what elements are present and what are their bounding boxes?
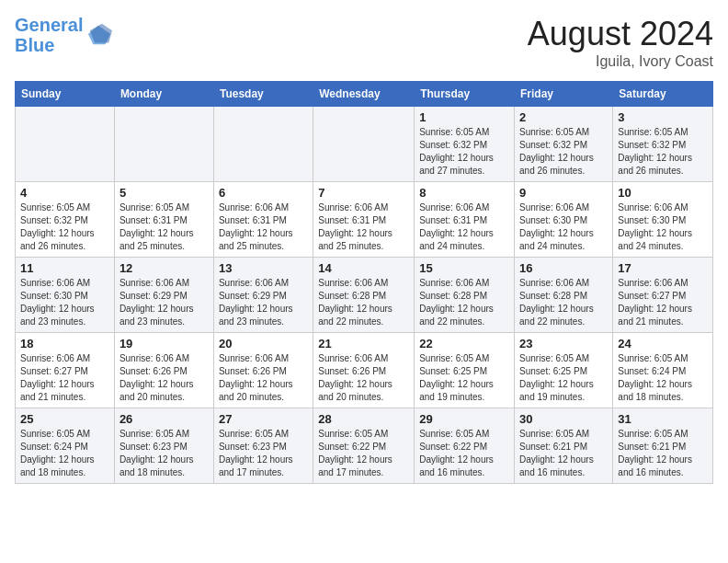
day-number: 8 [419, 186, 509, 200]
day-header-friday: Friday [515, 82, 613, 107]
week-row-5: 25Sunrise: 6:05 AM Sunset: 6:24 PM Dayli… [16, 408, 713, 484]
calendar-cell: 14Sunrise: 6:06 AM Sunset: 6:28 PM Dayli… [313, 258, 415, 333]
day-info: Sunrise: 6:05 AM Sunset: 6:21 PM Dayligh… [618, 428, 708, 479]
day-info: Sunrise: 6:05 AM Sunset: 6:21 PM Dayligh… [519, 428, 608, 479]
logo-text: GeneralBlue [15, 15, 83, 55]
day-number: 30 [519, 412, 608, 426]
day-header-wednesday: Wednesday [313, 82, 415, 107]
day-info: Sunrise: 6:06 AM Sunset: 6:27 PM Dayligh… [618, 277, 708, 328]
logo: GeneralBlue [15, 15, 112, 55]
day-info: Sunrise: 6:05 AM Sunset: 6:24 PM Dayligh… [20, 428, 109, 479]
calendar-cell: 24Sunrise: 6:05 AM Sunset: 6:24 PM Dayli… [613, 333, 713, 408]
day-header-monday: Monday [114, 82, 213, 107]
day-info: Sunrise: 6:05 AM Sunset: 6:25 PM Dayligh… [519, 352, 608, 404]
calendar-cell [114, 107, 213, 182]
calendar-cell: 5Sunrise: 6:05 AM Sunset: 6:31 PM Daylig… [114, 182, 213, 258]
calendar-cell: 30Sunrise: 6:05 AM Sunset: 6:21 PM Dayli… [515, 408, 613, 484]
calendar-cell: 10Sunrise: 6:06 AM Sunset: 6:30 PM Dayli… [613, 182, 713, 258]
calendar-cell: 31Sunrise: 6:05 AM Sunset: 6:21 PM Dayli… [613, 408, 713, 484]
day-number: 21 [318, 337, 409, 350]
title-block: August 2024 Iguila, Ivory Coast [528, 15, 713, 70]
day-number: 11 [20, 261, 109, 275]
day-number: 13 [219, 261, 308, 275]
calendar-cell: 20Sunrise: 6:06 AM Sunset: 6:26 PM Dayli… [213, 333, 313, 408]
calendar-table: SundayMondayTuesdayWednesdayThursdayFrid… [15, 81, 713, 484]
day-info: Sunrise: 6:06 AM Sunset: 6:29 PM Dayligh… [219, 277, 308, 328]
day-info: Sunrise: 6:05 AM Sunset: 6:23 PM Dayligh… [119, 428, 209, 479]
calendar-cell: 1Sunrise: 6:05 AM Sunset: 6:32 PM Daylig… [415, 107, 515, 182]
day-number: 16 [519, 261, 608, 275]
day-info: Sunrise: 6:05 AM Sunset: 6:32 PM Dayligh… [519, 126, 608, 178]
logo-icon [86, 22, 112, 48]
day-info: Sunrise: 6:06 AM Sunset: 6:27 PM Dayligh… [20, 352, 109, 404]
location: Iguila, Ivory Coast [528, 53, 713, 70]
calendar-cell: 17Sunrise: 6:06 AM Sunset: 6:27 PM Dayli… [613, 258, 713, 333]
day-info: Sunrise: 6:06 AM Sunset: 6:30 PM Dayligh… [519, 201, 608, 253]
calendar-cell: 22Sunrise: 6:05 AM Sunset: 6:25 PM Dayli… [415, 333, 515, 408]
calendar-cell: 4Sunrise: 6:05 AM Sunset: 6:32 PM Daylig… [16, 182, 115, 258]
day-number: 24 [618, 337, 708, 350]
calendar-cell: 12Sunrise: 6:06 AM Sunset: 6:29 PM Dayli… [114, 258, 213, 333]
calendar-cell [213, 107, 313, 182]
day-number: 7 [318, 186, 409, 200]
day-info: Sunrise: 6:05 AM Sunset: 6:23 PM Dayligh… [219, 428, 308, 479]
day-info: Sunrise: 6:06 AM Sunset: 6:31 PM Dayligh… [419, 201, 509, 253]
day-number: 5 [119, 186, 209, 200]
calendar-cell: 23Sunrise: 6:05 AM Sunset: 6:25 PM Dayli… [515, 333, 613, 408]
calendar-cell [313, 107, 415, 182]
day-number: 27 [219, 412, 308, 426]
day-number: 6 [219, 186, 308, 200]
day-number: 10 [618, 186, 708, 200]
day-number: 22 [419, 337, 509, 350]
week-row-3: 11Sunrise: 6:06 AM Sunset: 6:30 PM Dayli… [16, 258, 713, 333]
day-info: Sunrise: 6:05 AM Sunset: 6:31 PM Dayligh… [119, 201, 209, 253]
day-number: 3 [618, 110, 708, 124]
calendar-cell: 18Sunrise: 6:06 AM Sunset: 6:27 PM Dayli… [16, 333, 115, 408]
week-row-1: 1Sunrise: 6:05 AM Sunset: 6:32 PM Daylig… [16, 107, 713, 182]
day-info: Sunrise: 6:06 AM Sunset: 6:26 PM Dayligh… [318, 352, 409, 404]
day-info: Sunrise: 6:06 AM Sunset: 6:31 PM Dayligh… [219, 201, 308, 253]
day-number: 4 [20, 186, 109, 200]
calendar-cell: 29Sunrise: 6:05 AM Sunset: 6:22 PM Dayli… [415, 408, 515, 484]
day-number: 23 [519, 337, 608, 350]
day-number: 12 [119, 261, 209, 275]
day-number: 28 [318, 412, 409, 426]
calendar-header: SundayMondayTuesdayWednesdayThursdayFrid… [16, 82, 713, 107]
calendar-cell: 6Sunrise: 6:06 AM Sunset: 6:31 PM Daylig… [213, 182, 313, 258]
calendar-cell: 2Sunrise: 6:05 AM Sunset: 6:32 PM Daylig… [515, 107, 613, 182]
day-info: Sunrise: 6:05 AM Sunset: 6:22 PM Dayligh… [419, 428, 509, 479]
day-info: Sunrise: 6:06 AM Sunset: 6:30 PM Dayligh… [20, 277, 109, 328]
page-header: GeneralBlue August 2024 Iguila, Ivory Co… [15, 15, 713, 70]
day-number: 19 [119, 337, 209, 350]
day-number: 20 [219, 337, 308, 350]
calendar-cell: 8Sunrise: 6:06 AM Sunset: 6:31 PM Daylig… [415, 182, 515, 258]
day-info: Sunrise: 6:06 AM Sunset: 6:29 PM Dayligh… [119, 277, 209, 328]
day-info: Sunrise: 6:06 AM Sunset: 6:28 PM Dayligh… [318, 277, 409, 328]
day-info: Sunrise: 6:06 AM Sunset: 6:26 PM Dayligh… [119, 352, 209, 404]
day-info: Sunrise: 6:05 AM Sunset: 6:22 PM Dayligh… [318, 428, 409, 479]
day-number: 17 [618, 261, 708, 275]
day-info: Sunrise: 6:05 AM Sunset: 6:25 PM Dayligh… [419, 352, 509, 404]
month-year: August 2024 [528, 15, 713, 53]
day-number: 26 [119, 412, 209, 426]
day-info: Sunrise: 6:05 AM Sunset: 6:24 PM Dayligh… [618, 352, 708, 404]
calendar-cell: 3Sunrise: 6:05 AM Sunset: 6:32 PM Daylig… [613, 107, 713, 182]
calendar-cell: 27Sunrise: 6:05 AM Sunset: 6:23 PM Dayli… [213, 408, 313, 484]
calendar-cell: 28Sunrise: 6:05 AM Sunset: 6:22 PM Dayli… [313, 408, 415, 484]
day-info: Sunrise: 6:05 AM Sunset: 6:32 PM Dayligh… [618, 126, 708, 178]
day-number: 14 [318, 261, 409, 275]
calendar-cell: 9Sunrise: 6:06 AM Sunset: 6:30 PM Daylig… [515, 182, 613, 258]
calendar-cell: 13Sunrise: 6:06 AM Sunset: 6:29 PM Dayli… [213, 258, 313, 333]
day-info: Sunrise: 6:06 AM Sunset: 6:28 PM Dayligh… [419, 277, 509, 328]
day-number: 29 [419, 412, 509, 426]
day-info: Sunrise: 6:06 AM Sunset: 6:30 PM Dayligh… [618, 201, 708, 253]
header-row: SundayMondayTuesdayWednesdayThursdayFrid… [16, 82, 713, 107]
calendar-cell: 25Sunrise: 6:05 AM Sunset: 6:24 PM Dayli… [16, 408, 115, 484]
day-info: Sunrise: 6:06 AM Sunset: 6:26 PM Dayligh… [219, 352, 308, 404]
day-header-saturday: Saturday [613, 82, 713, 107]
day-info: Sunrise: 6:05 AM Sunset: 6:32 PM Dayligh… [419, 126, 509, 178]
day-number: 25 [20, 412, 109, 426]
week-row-2: 4Sunrise: 6:05 AM Sunset: 6:32 PM Daylig… [16, 182, 713, 258]
day-number: 9 [519, 186, 608, 200]
calendar-cell: 21Sunrise: 6:06 AM Sunset: 6:26 PM Dayli… [313, 333, 415, 408]
